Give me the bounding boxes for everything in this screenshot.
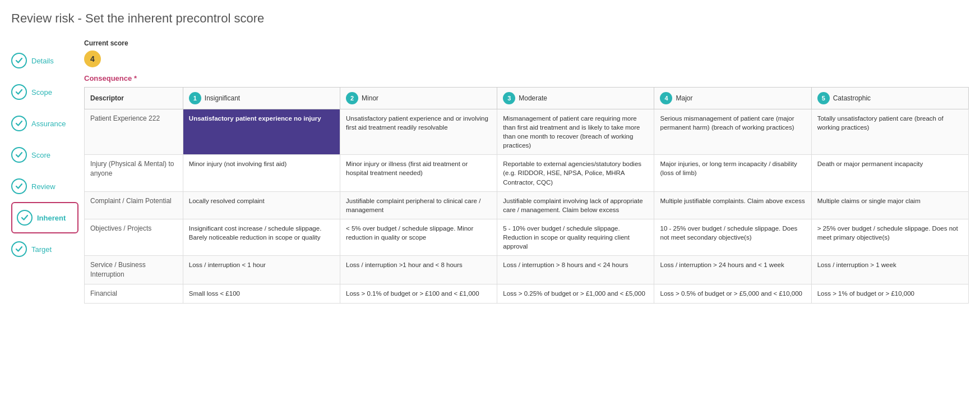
cell-r2-c0[interactable]: Locally resolved complaint (183, 191, 340, 219)
cell-r1-c2[interactable]: Reportable to external agencies/statutor… (497, 155, 654, 191)
cell-r2-c3[interactable]: Multiple justifiable complaints. Claim a… (654, 191, 811, 219)
score-num-4: 4 (660, 92, 672, 104)
sidebar-item-assurance[interactable]: Assurance (11, 108, 78, 139)
sidebar-item-review[interactable]: Review (11, 171, 78, 202)
cell-r3-c3[interactable]: 10 - 25% over budget / schedule slippage… (654, 219, 811, 255)
cell-r4-c0[interactable]: Loss / interruption < 1 hour (183, 256, 340, 284)
cell-r4-c4[interactable]: Loss / interruption > 1 week (811, 256, 968, 284)
row-descriptor-4: Service / Business Interruption (85, 256, 183, 284)
check-icon-target (11, 241, 27, 257)
cell-r3-c2[interactable]: 5 - 10% over budget / schedule slippage.… (497, 219, 654, 255)
cell-r3-c0[interactable]: Insignificant cost increase / schedule s… (183, 219, 340, 255)
cell-r0-c1[interactable]: Unsatisfactory patient experience and or… (340, 109, 497, 155)
cell-r1-c0[interactable]: Minor injury (not involving first aid) (183, 155, 340, 191)
sidebar-item-score[interactable]: Score (11, 139, 78, 171)
sidebar-label-details: Details (31, 57, 54, 65)
current-score-badge: 4 (84, 50, 101, 67)
col-label-2: Minor (362, 94, 378, 102)
col-label-1: Insignificant (205, 94, 240, 102)
sidebar-item-scope[interactable]: Scope (11, 76, 78, 108)
sidebar: Details Scope Assurance Score Review (11, 39, 78, 304)
row-descriptor-5: Financial (85, 284, 183, 303)
cell-r5-c3[interactable]: Loss > 0.5% of budget or > £5,000 and < … (654, 284, 811, 303)
cell-r1-c4[interactable]: Death or major permanent incapacity (811, 155, 968, 191)
sidebar-label-scope: Scope (31, 88, 52, 97)
table-row: Injury (Physical & Mental) to anyoneMino… (85, 155, 969, 191)
table-row: Complaint / Claim PotentialLocally resol… (85, 191, 969, 219)
sidebar-label-assurance: Assurance (31, 120, 66, 128)
page-title: Review risk - Set the inherent precontro… (11, 11, 969, 26)
sidebar-label-score: Score (31, 151, 50, 159)
current-score-label: Current score (84, 39, 969, 47)
cell-r0-c4[interactable]: Totally unsatisfactory patient care (bre… (811, 109, 968, 155)
cell-r2-c1[interactable]: Justifiable complaint peripheral to clin… (340, 191, 497, 219)
table-row: Patient Experience 222Unsatisfactory pat… (85, 109, 969, 155)
row-descriptor-2: Complaint / Claim Potential (85, 191, 183, 219)
col-descriptor: Descriptor (85, 88, 183, 109)
cell-r0-c0[interactable]: Unsatisfactory patient experience no inj… (183, 109, 340, 155)
sidebar-item-inherent[interactable]: Inherent (11, 202, 78, 233)
cell-r3-c1[interactable]: < 5% over budget / schedule slippage. Mi… (340, 219, 497, 255)
cell-r2-c4[interactable]: Multiple claims or single major claim (811, 191, 968, 219)
sidebar-item-details[interactable]: Details (11, 45, 78, 76)
row-descriptor-1: Injury (Physical & Mental) to anyone (85, 155, 183, 191)
score-num-3: 3 (503, 92, 515, 104)
check-icon-inherent (17, 210, 33, 226)
sidebar-label-inherent: Inherent (37, 214, 66, 222)
main-content: Current score 4 Consequence * Descriptor… (78, 39, 969, 304)
cell-r3-c4[interactable]: > 25% over budget / schedule slippage. D… (811, 219, 968, 255)
check-icon-scope (11, 84, 27, 100)
check-icon-assurance (11, 116, 27, 131)
check-icon-score (11, 147, 27, 163)
cell-r0-c3[interactable]: Serious mismanagement of patient care (m… (654, 109, 811, 155)
cell-r5-c4[interactable]: Loss > 1% of budget or > £10,000 (811, 284, 968, 303)
row-descriptor-0: Patient Experience 222 (85, 109, 183, 155)
col-minor: 2 Minor (340, 88, 497, 109)
check-icon-review (11, 178, 27, 194)
cell-r4-c1[interactable]: Loss / interruption >1 hour and < 8 hour… (340, 256, 497, 284)
cell-r1-c1[interactable]: Minor injury or illness (first aid treat… (340, 155, 497, 191)
cell-r5-c1[interactable]: Loss > 0.1% of budget or > £100 and < £1… (340, 284, 497, 303)
cell-r4-c2[interactable]: Loss / interruption > 8 hours and < 24 h… (497, 256, 654, 284)
col-catastrophic: 5 Catastrophic (811, 88, 968, 109)
cell-r5-c2[interactable]: Loss > 0.25% of budget or > £1,000 and <… (497, 284, 654, 303)
consequence-table: Descriptor 1 Insignificant 2 Minor (84, 87, 969, 304)
cell-r0-c2[interactable]: Mismanagement of patient care requiring … (497, 109, 654, 155)
score-num-5: 5 (817, 92, 830, 104)
table-row: FinancialSmall loss < £100Loss > 0.1% of… (85, 284, 969, 303)
table-row: Service / Business InterruptionLoss / in… (85, 256, 969, 284)
check-icon-details (11, 53, 27, 68)
cell-r4-c3[interactable]: Loss / interruption > 24 hours and < 1 w… (654, 256, 811, 284)
consequence-label: Consequence * (84, 74, 969, 82)
col-label-5: Catastrophic (833, 94, 871, 102)
cell-r2-c2[interactable]: Justifiable complaint involving lack of … (497, 191, 654, 219)
sidebar-label-review: Review (31, 182, 56, 191)
cell-r1-c3[interactable]: Major injuries, or long term incapacity … (654, 155, 811, 191)
col-label-4: Major (676, 94, 692, 102)
score-num-2: 2 (346, 92, 358, 104)
sidebar-label-target: Target (31, 245, 52, 254)
col-moderate: 3 Moderate (497, 88, 654, 109)
col-insignificant: 1 Insignificant (183, 88, 340, 109)
row-descriptor-3: Objectives / Projects (85, 219, 183, 255)
score-num-1: 1 (189, 92, 201, 104)
col-major: 4 Major (654, 88, 811, 109)
cell-r5-c0[interactable]: Small loss < £100 (183, 284, 340, 303)
table-header-row: Descriptor 1 Insignificant 2 Minor (85, 88, 969, 109)
table-row: Objectives / ProjectsInsignificant cost … (85, 219, 969, 255)
col-label-3: Moderate (519, 94, 547, 102)
sidebar-item-target[interactable]: Target (11, 233, 78, 265)
